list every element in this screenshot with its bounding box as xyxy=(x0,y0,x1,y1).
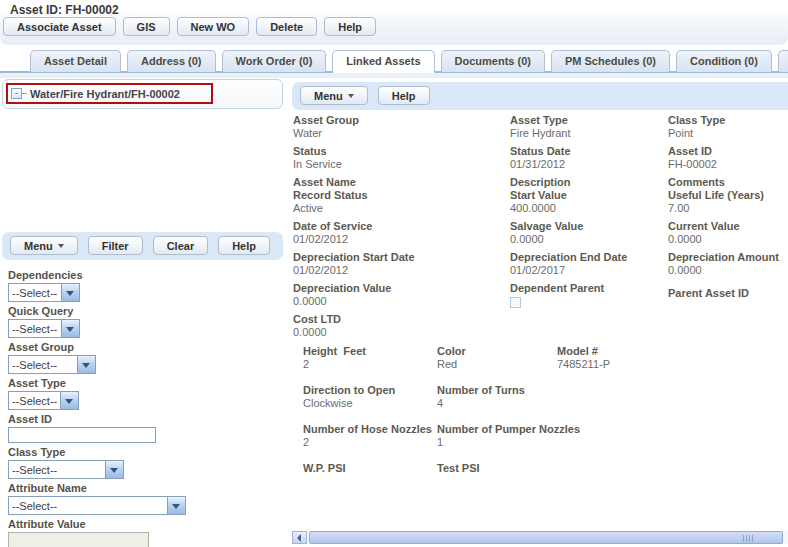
depreciation-end-date-value: 01/02/2017 xyxy=(510,264,662,277)
detail-field-class-type: Class TypePoint xyxy=(668,114,788,140)
help-button[interactable]: Help xyxy=(324,17,376,36)
asset-id-input[interactable] xyxy=(8,427,156,443)
depreciation-value-value: 0.0000 xyxy=(293,295,503,308)
date-of-service-value: 01/02/2012 xyxy=(293,233,503,246)
attribute-row: Number of Hose Nozzles2Number of Pumper … xyxy=(303,423,783,449)
detail-field-asset-type: Asset TypeFire Hydrant xyxy=(510,114,662,140)
detail-column-2: Asset TypeFire HydrantStatus Date01/31/2… xyxy=(510,114,662,315)
attribute-row: Height Feet2ColorRedModel #7485211-P xyxy=(303,345,783,371)
status-date-value: 01/31/2012 xyxy=(510,158,662,171)
attr-w-p-psi-value xyxy=(303,475,437,488)
attribute-row: W.P. PSITest PSI xyxy=(303,462,783,488)
asset-group-selected-value: --Select-- xyxy=(9,359,77,371)
attr-test-psi-value xyxy=(437,475,557,488)
asset-type-label: Asset Type xyxy=(510,114,662,127)
select-arrow-icon[interactable] xyxy=(60,392,78,409)
detail-field-start-value: Start Value400.0000 xyxy=(510,189,662,215)
quick-query-select[interactable]: --Select-- xyxy=(8,319,80,338)
field-class-type: Class Type--Select-- xyxy=(8,446,280,479)
asset-type-selected-value: --Select-- xyxy=(9,395,60,407)
asset-id-label: Asset ID xyxy=(8,413,280,425)
useful-life-years-label: Useful Life (Years) xyxy=(668,189,788,202)
class-type-select[interactable]: --Select-- xyxy=(8,460,124,479)
attr-number-of-hose-nozzles: Number of Hose Nozzles2 xyxy=(303,423,437,449)
top-toolbar: Associate AssetGISNew WODeleteHelp xyxy=(0,15,788,45)
tab-work-order-0[interactable]: Work Order (0) xyxy=(222,50,327,72)
detail-field-useful-life-years: Useful Life (Years)7.00 xyxy=(668,189,788,215)
date-of-service-label: Date of Service xyxy=(293,220,503,233)
filter-filter-button[interactable]: Filter xyxy=(88,236,143,255)
select-arrow-icon[interactable] xyxy=(167,497,185,514)
tree-connector-line xyxy=(22,93,27,94)
new-wo-button[interactable]: New WO xyxy=(177,17,250,36)
salvage-value-label: Salvage Value xyxy=(510,220,662,233)
scroll-left-icon[interactable] xyxy=(292,531,307,544)
tab-asset-detail[interactable]: Asset Detail xyxy=(30,50,121,72)
class-type-label: Class Type xyxy=(8,446,280,458)
class-type-selected-value: --Select-- xyxy=(9,464,105,476)
tree-collapse-icon[interactable]: - xyxy=(11,88,22,99)
select-arrow-icon[interactable] xyxy=(61,320,79,337)
detail-column-3: Class TypePointAsset IDFH-00002CommentsU… xyxy=(668,114,788,300)
horizontal-scrollbar[interactable] xyxy=(292,531,788,544)
tab-condition-0[interactable]: Condition (0) xyxy=(676,50,772,72)
select-arrow-icon[interactable] xyxy=(77,356,95,373)
attr-w-p-psi: W.P. PSI xyxy=(303,462,437,488)
associate-asset-button[interactable]: Associate Asset xyxy=(3,17,116,36)
current-value-value: 0.0000 xyxy=(668,233,788,246)
app-window: Asset ID: FH-00002 Associate AssetGISNew… xyxy=(0,0,788,547)
filter-help-button[interactable]: Help xyxy=(218,236,270,255)
asset-group-select[interactable]: --Select-- xyxy=(8,355,96,374)
start-value-value: 400.0000 xyxy=(510,202,662,215)
detail-field-date-of-service: Date of Service01/02/2012 xyxy=(293,220,503,246)
dependencies-label: Dependencies xyxy=(8,269,280,281)
filter-clear-label: Clear xyxy=(167,240,195,252)
attr-number-of-pumper-nozzles: Number of Pumper Nozzles1 xyxy=(437,423,557,449)
asset-type-select[interactable]: --Select-- xyxy=(8,391,79,410)
attribute-name-label: Attribute Name xyxy=(8,482,280,494)
scrollbar-track[interactable] xyxy=(307,531,788,544)
filter-menu-button[interactable]: Menu xyxy=(10,236,78,255)
tree-item-label[interactable]: Water/Fire Hydrant/FH-00002 xyxy=(30,88,180,100)
dependent-parent-checkbox[interactable] xyxy=(510,297,521,308)
detail-field-record-status: Record StatusActive xyxy=(293,189,503,215)
depreciation-amount-value: 0.0000 xyxy=(668,264,788,277)
dependencies-selected-value: --Select-- xyxy=(9,287,61,299)
class-type-value: Point xyxy=(668,127,788,140)
gis-button[interactable]: GIS xyxy=(123,17,170,36)
detail-field-depreciation-start-date: Depreciation Start Date01/02/2012 xyxy=(293,251,503,277)
filter-clear-button[interactable]: Clear xyxy=(153,236,209,255)
tab-documents-0[interactable]: Documents (0) xyxy=(441,50,545,72)
tab-linked-assets[interactable]: Linked Assets xyxy=(332,50,434,73)
delete-button[interactable]: Delete xyxy=(256,17,317,36)
asset-name-label: Asset Name xyxy=(293,176,503,189)
asset-tree-panel: - Water/Fire Hydrant/FH-00002 xyxy=(2,79,283,109)
attribute-name-select[interactable]: --Select-- xyxy=(8,496,186,515)
attr-color-label: Color xyxy=(437,345,557,358)
tab-pm-schedules-0[interactable]: PM Schedules (0) xyxy=(551,50,670,72)
select-arrow-icon[interactable] xyxy=(61,284,79,301)
status-date-label: Status Date xyxy=(510,145,662,158)
attr-number-of-turns-value: 4 xyxy=(437,397,557,410)
detail-help-button[interactable]: Help xyxy=(378,86,430,105)
attribute-section: Height Feet2ColorRedModel #7485211-PDire… xyxy=(303,345,783,501)
detail-field-salvage-value: Salvage Value0.0000 xyxy=(510,220,662,246)
filter-toolbar-buttons: MenuFilterClearHelp xyxy=(2,232,283,255)
dependencies-select[interactable]: --Select-- xyxy=(8,283,80,302)
status-value: In Service xyxy=(293,158,503,171)
field-asset-type: Asset Type--Select-- xyxy=(8,377,280,410)
depreciation-start-date-label: Depreciation Start Date xyxy=(293,251,503,264)
detail-field-comments: Comments xyxy=(668,176,788,189)
detail-field-depreciation-end-date: Depreciation End Date01/02/2017 xyxy=(510,251,662,277)
select-arrow-icon[interactable] xyxy=(105,461,123,478)
detail-menu-button[interactable]: Menu xyxy=(300,86,368,105)
attr-number-of-pumper-nozzles-value: 1 xyxy=(437,436,557,449)
tab-address-0[interactable]: Address (0) xyxy=(127,50,216,72)
field-asset-id: Asset ID xyxy=(8,413,280,443)
asset-group-value: Water xyxy=(293,127,503,140)
asset-group-label: Asset Group xyxy=(293,114,503,127)
current-value-label: Current Value xyxy=(668,220,788,233)
scrollbar-thumb[interactable] xyxy=(309,531,783,544)
tab-condition-assessment-0[interactable]: Condition Assessment (0) xyxy=(778,50,788,72)
attr-model: Model #7485211-P xyxy=(557,345,783,371)
